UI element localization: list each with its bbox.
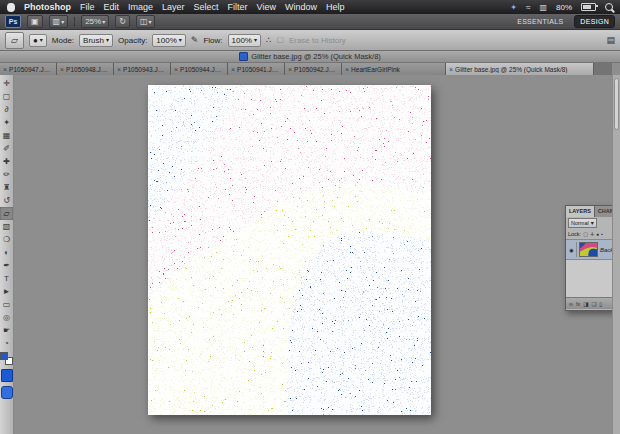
close-icon[interactable]: × <box>60 66 64 73</box>
menu-item-edit[interactable]: Edit <box>104 2 120 12</box>
lock-pixels-icon[interactable]: ● <box>596 231 599 237</box>
close-icon[interactable]: × <box>345 66 349 73</box>
tool-blur[interactable]: ❍ <box>0 233 13 246</box>
tool-crop[interactable]: ▦ <box>0 129 13 142</box>
tool-eraser[interactable]: ▱ <box>0 207 13 220</box>
tab-p1050944[interactable]: ×P1050944.JPG <box>171 63 228 75</box>
close-icon[interactable]: × <box>449 66 453 73</box>
rotate-view-button[interactable]: ↻ <box>115 15 130 28</box>
layer-style-icon[interactable]: fx <box>576 301 580 307</box>
tool-history-brush[interactable]: ↺ <box>0 194 13 207</box>
tool-rectangular-marquee[interactable]: ▢ <box>0 90 13 103</box>
tab-p1050943[interactable]: ×P1050943.JPG <box>114 63 171 75</box>
tool-lasso[interactable]: ∂ <box>0 103 13 116</box>
visibility-eye-icon[interactable]: ◉ <box>567 242 577 257</box>
tool-gradient[interactable]: ▧ <box>0 220 13 233</box>
close-icon[interactable]: × <box>288 66 292 73</box>
menu-item-photoshop[interactable]: Photoshop <box>24 2 71 12</box>
launch-bridge-button[interactable]: ▣ <box>27 15 43 28</box>
foreground-color-swatch[interactable] <box>0 352 8 360</box>
tab-hearteargirlpink[interactable]: ×HeartEarGirlPink <box>342 63 446 75</box>
spotlight-icon[interactable] <box>605 3 613 11</box>
eraser-tool-icon[interactable]: ▱ <box>5 32 24 49</box>
new-layer-icon[interactable]: ❏ <box>591 301 596 307</box>
layer-mask-icon[interactable]: ◨ <box>583 301 588 307</box>
tool-brush[interactable]: ✏ <box>0 168 13 181</box>
menu-item-help[interactable]: Help <box>326 2 345 12</box>
airport-icon[interactable]: ≈ <box>526 3 530 12</box>
opacity-dropdown[interactable]: 100%▾ <box>152 34 185 47</box>
lock-all-icon[interactable]: ▪ <box>601 231 603 237</box>
close-icon[interactable]: × <box>231 66 235 73</box>
workspace-design[interactable]: DESIGN <box>574 15 615 28</box>
close-icon[interactable]: × <box>3 66 7 73</box>
tool-shape[interactable]: ▭ <box>0 298 13 311</box>
erase-to-history-checkbox: ☐ <box>277 36 284 45</box>
zoom-level-dropdown[interactable]: 25%▾ <box>81 15 109 28</box>
link-layers-icon[interactable]: ∞ <box>569 301 573 307</box>
tool-zoom[interactable]: ◔ <box>0 337 13 350</box>
mode-label: Mode: <box>52 36 74 45</box>
close-icon[interactable]: × <box>174 66 178 73</box>
tool-3d-rotate[interactable]: ◎ <box>0 311 13 324</box>
tool-clone-stamp[interactable]: ♜ <box>0 181 13 194</box>
menu-item-layer[interactable]: Layer <box>162 2 185 12</box>
arrange-documents-button[interactable]: ◫▾ <box>136 15 156 28</box>
tool-type[interactable]: T <box>0 272 13 285</box>
tab-p1050942[interactable]: ×P1050942.JPG <box>285 63 342 75</box>
scrollbar-thumb[interactable] <box>614 78 619 130</box>
tab-layers[interactable]: LAYERS <box>566 206 595 217</box>
delete-layer-icon[interactable]: ▯ <box>599 301 602 307</box>
apple-menu-icon[interactable] <box>7 3 15 12</box>
menu-item-select[interactable]: Select <box>194 2 219 12</box>
tool-magic-wand[interactable]: ✦ <box>0 116 13 129</box>
opacity-label: Opacity: <box>118 36 147 45</box>
menu-item-filter[interactable]: Filter <box>228 2 248 12</box>
tool-spot-healing-brush[interactable]: ✚ <box>0 155 13 168</box>
brush-preset-picker[interactable]: ●▾ <box>29 34 47 47</box>
lock-transparency-icon[interactable]: ▢ <box>583 231 588 237</box>
screen-mode-button[interactable] <box>1 386 13 399</box>
tab-p1050941[interactable]: ×P1050941.JPG <box>228 63 285 75</box>
flow-label: Flow: <box>203 36 222 45</box>
view-extras-button[interactable]: ▥▾ <box>49 15 69 28</box>
lock-position-icon[interactable]: ✛ <box>590 231 594 237</box>
tablet-pressure-icon[interactable]: ✎ <box>191 35 199 45</box>
tool-pen[interactable]: ✒ <box>0 259 13 272</box>
canvas[interactable] <box>148 85 431 415</box>
tools-palette: ✛ ▢ ∂ ✦ ▦ ✐ ✚ ✏ ♜ ↺ ▱ ▧ ❍ ◐ ✒ T ► ▭ ◎ ☛ … <box>0 75 14 434</box>
layer-thumbnail[interactable] <box>579 242 598 257</box>
tab-p1050947[interactable]: ×P1050947.JPG <box>0 63 57 75</box>
window-title: Glitter base.jpg @ 25% (Quick Mask/8) <box>251 52 381 61</box>
workspace-essentials[interactable]: ESSENTIALS <box>512 16 568 27</box>
mac-menu-bar: Photoshop File Edit Image Layer Select F… <box>0 0 620 14</box>
flow-dropdown[interactable]: 100%▾ <box>228 34 261 47</box>
document-tab-bar: ×P1050947.JPG ×P1050948.JPG ×P1050943.JP… <box>0 63 612 75</box>
erase-to-history-label: Erase to History <box>289 36 346 45</box>
blend-mode-dropdown[interactable]: Normal▾ <box>568 218 597 228</box>
quick-mask-mode-button[interactable] <box>1 369 13 382</box>
toggle-brush-panel-icon[interactable]: ▤ <box>606 35 615 45</box>
menu-item-file[interactable]: File <box>80 2 95 12</box>
tool-path-selection[interactable]: ► <box>0 285 13 298</box>
tool-eyedropper[interactable]: ✐ <box>0 142 13 155</box>
battery-icon[interactable] <box>581 3 596 11</box>
tab-glitter-base-active[interactable]: ×Glitter base.jpg @ 25% (Quick Mask/8) <box>446 63 594 75</box>
airbrush-icon[interactable]: ∴ <box>266 35 272 45</box>
menu-item-window[interactable]: Window <box>285 2 317 12</box>
tool-move[interactable]: ✛ <box>0 77 13 90</box>
display-icon[interactable]: ▥ <box>539 3 547 12</box>
menu-item-view[interactable]: View <box>257 2 276 12</box>
tool-dodge[interactable]: ◐ <box>0 246 13 259</box>
tab-p1050948[interactable]: ×P1050948.JPG <box>57 63 114 75</box>
document-window-title-bar: Glitter base.jpg @ 25% (Quick Mask/8) <box>0 51 620 63</box>
lock-label: Lock: <box>568 231 581 237</box>
application-bar: Ps ▣ ▥▾ 25%▾ ↻ ◫▾ ESSENTIALS DESIGN <box>0 14 620 30</box>
menu-item-image[interactable]: Image <box>128 2 153 12</box>
vertical-scrollbar[interactable] <box>612 75 620 434</box>
close-icon[interactable]: × <box>117 66 121 73</box>
tool-hand[interactable]: ☛ <box>0 324 13 337</box>
battery-percent[interactable]: 80% <box>556 3 572 12</box>
status-menu-icon[interactable]: ✦ <box>510 3 517 12</box>
mode-dropdown[interactable]: Brush▾ <box>79 34 113 47</box>
